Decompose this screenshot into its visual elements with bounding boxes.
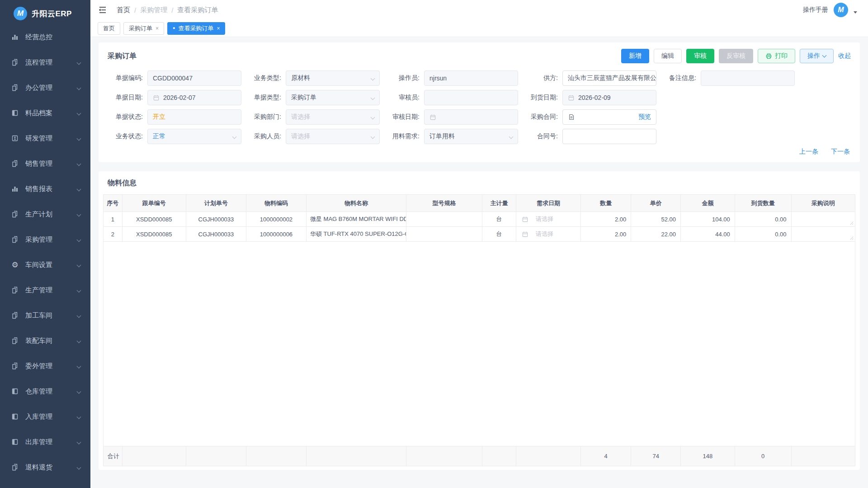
field-audit-date: 审核日期: — [384, 109, 523, 125]
doc-kind-select[interactable]: 采购订单 — [286, 90, 380, 105]
contract-no-input[interactable] — [562, 129, 656, 144]
breadcrumb-home[interactable]: 首页 — [117, 6, 130, 14]
chevron-down-icon — [371, 115, 375, 120]
sidebar-item-outbound[interactable]: 出库管理 — [0, 429, 90, 455]
chevron-down-icon — [371, 76, 375, 81]
add-button[interactable]: 新增 — [621, 49, 649, 63]
cell-plan-no: CGJH000033 — [186, 212, 246, 227]
cell-mat-code: 1000000002 — [246, 212, 306, 227]
bar-chart-icon — [11, 185, 19, 193]
audit-button[interactable]: 审核 — [686, 49, 714, 63]
cell-need-date[interactable]: 请选择 — [516, 227, 580, 242]
book-icon — [11, 109, 19, 117]
doc-no-input[interactable]: CGDD000047 — [147, 70, 241, 86]
next-record-link[interactable]: 下一条 — [831, 148, 850, 156]
actions-dropdown-button[interactable]: 操作 — [800, 49, 834, 63]
status-badge: 正常 — [153, 132, 165, 141]
active-dot-icon: ● — [173, 26, 175, 30]
sidebar-item-outsourcing[interactable]: 委外管理 — [0, 353, 90, 379]
cell-note[interactable] — [791, 212, 855, 227]
sidebar-item-sales[interactable]: 销售管理 — [0, 151, 90, 176]
manual-link[interactable]: 操作手册 — [803, 6, 828, 14]
biz-status-select[interactable]: 正常 — [147, 129, 241, 144]
sidebar-item-stocktake-transfer[interactable]: 盘点调拨 — [0, 480, 90, 488]
print-button[interactable]: 打印 — [758, 49, 795, 63]
chevron-down-icon — [232, 135, 237, 139]
contract-preview-link[interactable]: 预览 — [638, 113, 651, 121]
sidebar-item-assembly-workshop[interactable]: 装配车间 — [0, 328, 90, 353]
sidebar-item-office[interactable]: 办公管理 — [0, 75, 90, 100]
document-icon — [11, 210, 19, 218]
sidebar-item-sales-report[interactable]: 销售报表 — [0, 176, 90, 202]
sidebar-item-warehouse[interactable]: 仓库管理 — [0, 379, 90, 404]
document-icon — [11, 362, 19, 370]
document-icon — [11, 286, 19, 294]
purchase-dept-select[interactable]: 请选择 — [286, 109, 380, 125]
arrive-date-picker[interactable]: 2026-02-09 — [562, 90, 656, 105]
field-operator: 操作员: njrsun — [384, 70, 523, 86]
field-doc-date: 单据日期: 2026-02-07 — [108, 90, 246, 105]
sidebar-item-production-plan[interactable]: 生产计划 — [0, 202, 90, 227]
field-doc-status: 单据状态: 开立 — [108, 109, 246, 125]
topbar-right: 操作手册 M — [803, 3, 857, 17]
material-need-select[interactable]: 订单用料 — [424, 129, 518, 144]
audit-date-picker[interactable] — [424, 109, 518, 125]
cell-order-no: XSDD000085 — [122, 227, 186, 242]
chevron-down-icon[interactable] — [854, 11, 857, 14]
table-header-row: 序号 跟单编号 计划单号 物料编码 物料名称 型号规格 主计量 需求日期 数量 … — [104, 195, 855, 212]
chevron-down-icon — [77, 159, 80, 167]
tabbar: 首页 采购订单 × ● 查看采购订单 × — [90, 20, 868, 37]
collapse-panel-link[interactable]: 收起 — [838, 52, 851, 60]
sidebar-item-rd[interactable]: 研发管理 — [0, 126, 90, 151]
sidebar-item-purchase[interactable]: 采购管理 — [0, 227, 90, 252]
cell-note[interactable] — [791, 227, 855, 242]
remark-input[interactable] — [701, 70, 795, 86]
tab-view-purchase-order[interactable]: ● 查看采购订单 × — [167, 22, 225, 35]
sidebar-item-processing-workshop[interactable]: 加工车间 — [0, 303, 90, 328]
tab-purchase-order[interactable]: 采购订单 × — [123, 22, 164, 35]
materials-table: 序号 跟单编号 计划单号 物料编码 物料名称 型号规格 主计量 需求日期 数量 … — [103, 194, 855, 466]
collapse-sidebar-icon[interactable] — [98, 5, 108, 15]
prev-record-link[interactable]: 上一条 — [799, 148, 818, 156]
tab-home[interactable]: 首页 — [98, 22, 120, 35]
sidebar-item-production[interactable]: 生产管理 — [0, 277, 90, 303]
edit-button[interactable]: 编辑 — [654, 49, 682, 63]
cell-mat-name: 华硕 TUF-RTX 4070 SUPER-O12G-GAMING — [306, 227, 406, 242]
doc-date-picker[interactable]: 2026-02-07 — [147, 90, 241, 105]
field-contract-no: 合同号: — [523, 129, 661, 144]
cell-amount: 104.00 — [681, 212, 735, 227]
contract-file-box[interactable]: 预览 — [562, 109, 656, 125]
chevron-down-icon — [371, 135, 375, 139]
document-icon — [11, 84, 19, 92]
cell-need-date[interactable]: 请选择 — [516, 212, 580, 227]
document-icon — [11, 58, 19, 66]
field-arrive-date: 到货日期: 2026-02-09 — [523, 90, 661, 105]
biz-type-select[interactable]: 原材料 — [286, 70, 380, 86]
chevron-down-icon — [77, 463, 80, 470]
breadcrumb-current: 查看采购订单 — [177, 6, 218, 14]
sidebar-item-business-overview[interactable]: 经营总控 — [0, 24, 90, 50]
sidebar-item-workshop-settings[interactable]: ⚙ 车间设置 — [0, 252, 90, 277]
sidebar-item-workflow[interactable]: 流程管理 — [0, 50, 90, 75]
unaudit-button: 反审核 — [719, 49, 753, 63]
resize-handle-icon[interactable] — [849, 236, 854, 240]
operator-input[interactable]: njrsun — [424, 70, 518, 86]
auditor-input[interactable] — [424, 90, 518, 105]
sidebar-item-inbound[interactable]: 入库管理 — [0, 404, 90, 429]
field-biz-type: 业务类型: 原材料 — [246, 70, 384, 86]
summary-amount: 148 — [681, 446, 735, 466]
resize-handle-icon[interactable] — [849, 221, 854, 225]
col-order-no: 跟单编号 — [122, 195, 186, 212]
doc-status-input[interactable]: 开立 — [147, 109, 241, 125]
close-icon[interactable]: × — [156, 26, 159, 31]
summary-price: 74 — [631, 446, 681, 466]
field-remark: 备注信息: — [661, 70, 851, 86]
purchaser-select[interactable]: 请选择 — [286, 129, 380, 144]
avatar[interactable]: M — [834, 3, 848, 17]
printer-icon — [765, 53, 772, 60]
sidebar-item-material-archive[interactable]: 料品档案 — [0, 100, 90, 126]
supplier-input[interactable]: 汕头市三辰蓝猫产品发展有限公司 — [562, 70, 656, 86]
breadcrumb-purchase[interactable]: 采购管理 — [140, 6, 167, 14]
sidebar-item-returns[interactable]: 退料退货 — [0, 455, 90, 480]
close-icon[interactable]: × — [217, 26, 220, 31]
